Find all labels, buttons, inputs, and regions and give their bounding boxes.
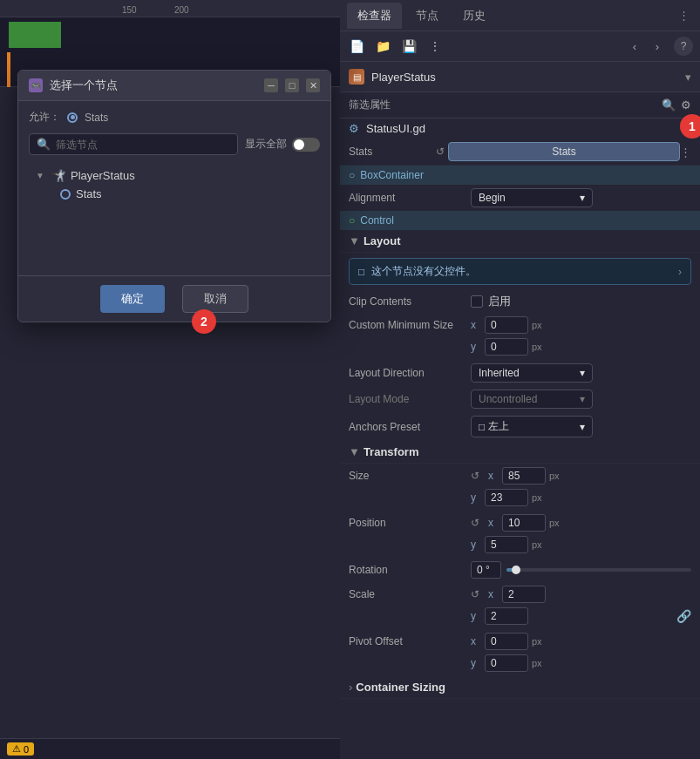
rotation-unit: °: [486, 564, 490, 576]
custom-min-size-x: x 0 px: [471, 316, 542, 334]
close-button[interactable]: ✕: [306, 78, 320, 92]
dialog-icon: 🎮: [29, 78, 43, 92]
position-y-input[interactable]: 5: [485, 536, 528, 553]
filter-icons: 🔍 ⚙: [662, 98, 691, 112]
annotation-2: 2: [192, 309, 216, 334]
pivot-y-input-group: y 0 px: [471, 654, 542, 672]
scale-x-input[interactable]: 2: [502, 586, 546, 603]
control-label: Control: [360, 214, 394, 227]
pivot-x-input[interactable]: 0: [485, 633, 528, 650]
rotation-slider-thumb[interactable]: [512, 566, 520, 574]
layout-mode-dropdown[interactable]: Uncontrolled ▾: [471, 390, 593, 409]
position-reset-icon[interactable]: ↺: [471, 517, 479, 529]
container-sizing-section-header[interactable]: › Container Sizing: [340, 676, 700, 699]
rotation-input[interactable]: 0 °: [471, 561, 501, 579]
anchors-preset-icon: □: [479, 421, 485, 433]
show-all-toggle[interactable]: [292, 138, 320, 152]
clip-contents-value: 启用: [471, 294, 691, 309]
layout-section-header[interactable]: ▼ Layout: [340, 230, 700, 253]
help-button[interactable]: ?: [674, 37, 693, 56]
stats-label: Stats: [76, 187, 102, 200]
warning-badge: ⚠ 0: [7, 742, 34, 756]
node-name: PlayerStatus: [371, 71, 436, 84]
transform-label: Transform: [364, 445, 419, 458]
position-row: Position ↺ x 10 px: [340, 511, 700, 535]
minimize-button[interactable]: ─: [264, 78, 278, 92]
allow-radio[interactable]: [67, 112, 78, 123]
layout-direction-label: Layout Direction: [349, 367, 471, 379]
stats-input[interactable]: Stats: [448, 142, 680, 161]
position-x-input[interactable]: 10: [502, 514, 546, 532]
search-input[interactable]: [56, 139, 230, 151]
pivot-offset-label: Pivot Offset: [349, 635, 471, 647]
rotation-label: Rotation: [349, 564, 471, 576]
filter-options-icon[interactable]: ⚙: [681, 98, 691, 112]
clip-contents-enable-label: 启用: [488, 294, 511, 309]
tree-item-player[interactable]: ▼ 🤺 PlayerStatus: [29, 166, 320, 185]
size-x-input[interactable]: 85: [502, 467, 546, 485]
anchors-preset-value: 左上: [488, 419, 509, 434]
layout-mode-chevron-icon: ▾: [580, 393, 585, 405]
menu-icon[interactable]: ⋮: [425, 37, 445, 56]
position-y-row: y 5 px: [340, 535, 700, 558]
size-y-input-group: y 23 px: [471, 489, 542, 506]
tab-inspector[interactable]: 检查器: [347, 3, 402, 29]
node-icon: ▤: [349, 69, 364, 85]
tree-child-stats[interactable]: Stats: [29, 185, 320, 203]
anchors-preset-dropdown[interactable]: □ 左上 ▾: [471, 416, 593, 437]
show-all-row: 显示全部: [245, 137, 320, 152]
pivot-y-row: y 0 px: [340, 654, 700, 676]
script-name: StatusUI.gd: [366, 122, 425, 135]
filter-search-icon[interactable]: 🔍: [662, 98, 676, 112]
box-container-label: BoxContainer: [360, 169, 424, 181]
stats-field-value: ↺ Stats ⋮: [436, 142, 691, 161]
size-y-input[interactable]: 23: [485, 489, 528, 506]
maximize-button[interactable]: □: [285, 78, 299, 92]
node-selector[interactable]: ▤ PlayerStatus ▾: [340, 62, 700, 92]
custom-min-size-label: Custom Minimum Size: [349, 319, 471, 331]
size-reset-icon[interactable]: ↺: [471, 470, 479, 482]
ruler: 150 200: [0, 0, 340, 17]
alignment-row: Alignment Begin ▾: [340, 185, 700, 211]
anchors-preset-row: Anchors Preset □ 左上 ▾: [340, 412, 700, 441]
show-all-label: 显示全部: [245, 137, 287, 152]
stats-options-icon[interactable]: ⋮: [680, 146, 691, 159]
clip-contents-checkbox[interactable]: [471, 295, 483, 308]
rotation-slider[interactable]: [506, 568, 691, 572]
tab-nodes[interactable]: 节点: [405, 3, 449, 29]
more-options-icon[interactable]: ⋮: [675, 5, 693, 25]
size-label: Size: [349, 470, 471, 482]
confirm-button[interactable]: 确定: [100, 285, 165, 313]
save-icon[interactable]: 💾: [399, 37, 418, 56]
custom-min-size-x-input[interactable]: 0: [485, 316, 528, 334]
warning-icon: ⚠: [12, 743, 21, 755]
nav-back-button[interactable]: ‹: [625, 37, 644, 56]
left-panel: 150 200 🎮 选择一个节点 ─ □ ✕ 允许： Stats: [0, 0, 340, 759]
link-icon[interactable]: 🔗: [676, 609, 691, 623]
stats-radio[interactable]: [60, 189, 71, 200]
layout-direction-row: Layout Direction Inherited ▾: [340, 360, 700, 386]
box-container-header: ○ BoxContainer: [340, 166, 700, 185]
pivot-y-input[interactable]: 0: [485, 654, 528, 672]
cancel-button[interactable]: 取消: [182, 285, 248, 313]
custom-min-size-y-input[interactable]: 0: [485, 338, 528, 356]
size-x-input-group: x 85 px: [488, 467, 560, 485]
scale-y-input[interactable]: 2: [485, 607, 528, 625]
custom-min-size-y: y 0 px: [471, 338, 542, 356]
nav-forward-button[interactable]: ›: [648, 37, 667, 56]
scale-reset-icon[interactable]: ↺: [471, 588, 479, 600]
alignment-dropdown[interactable]: Begin ▾: [471, 188, 593, 207]
layout-direction-dropdown[interactable]: Inherited ▾: [471, 363, 593, 383]
annotation-1: 1: [680, 114, 700, 139]
transform-collapse-icon: ▼: [349, 445, 360, 458]
transform-section-header[interactable]: ▼ Transform: [340, 441, 700, 464]
file-icon[interactable]: 📄: [347, 37, 366, 56]
stats-reset-icon[interactable]: ↺: [436, 146, 445, 158]
folder-icon[interactable]: 📁: [373, 37, 392, 56]
position-y-input-group: y 5 px: [471, 536, 542, 553]
position-x-input-group: x 10 px: [488, 514, 560, 532]
info-close-icon[interactable]: ›: [678, 266, 682, 278]
anchors-preset-chevron-icon: ▾: [580, 421, 585, 433]
tab-history[interactable]: 历史: [452, 3, 496, 29]
chevron-down-icon[interactable]: ▾: [685, 71, 691, 84]
